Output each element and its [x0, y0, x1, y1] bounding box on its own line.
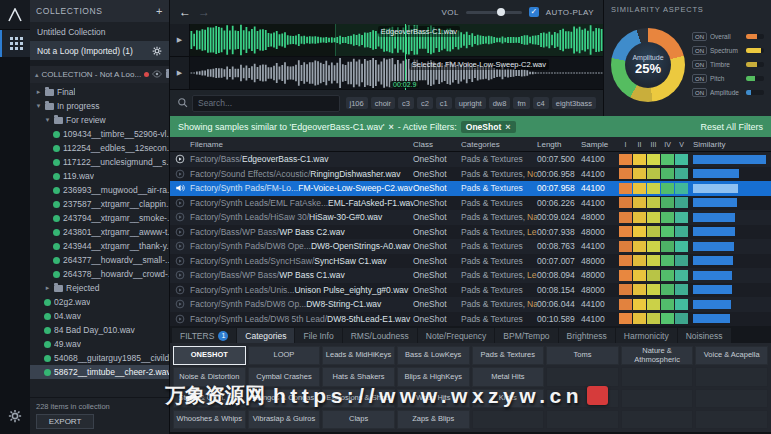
column-categories[interactable]: Categories — [461, 140, 537, 149]
category-button-explosions-shots[interactable]: Explosions & Shots — [322, 389, 395, 408]
category-button-kicks[interactable]: Kicks — [472, 389, 545, 408]
play-reference-button[interactable]: ▶ — [170, 24, 190, 56]
tab-bpm-tempo[interactable]: BPM/Tempo — [495, 328, 557, 343]
collection-settings-icon[interactable] — [152, 46, 162, 56]
row-play-icon[interactable] — [170, 270, 190, 280]
category-button-loop[interactable]: LOOP — [248, 346, 321, 365]
play-selected-button[interactable]: ▶ — [170, 57, 190, 89]
tab-noisiness[interactable]: Noisiness — [678, 328, 731, 343]
aspect-weight-slider[interactable] — [746, 62, 764, 67]
category-button-cymbal-crashes[interactable]: Cymbal Crashes — [248, 367, 321, 386]
tree-arrow-icon[interactable]: ▸ — [35, 88, 42, 96]
tree-folder-item[interactable]: ▾For review — [30, 113, 169, 127]
table-row[interactable]: Factory/Synth Leads/HiSaw 30/HiSaw-30-G#… — [170, 210, 771, 225]
column-sample[interactable]: Sample — [581, 140, 619, 149]
collection-tree-header[interactable]: ▴ COLLECTION - Not A Loo... — [30, 66, 169, 83]
tree-folder-item[interactable]: ▸Rejected — [30, 281, 169, 295]
collection-item-not-a-loop[interactable]: Not a Loop (Imported) (1) — [30, 41, 169, 60]
category-button-vibraslap-guiros[interactable]: Vibraslap & Guiros — [248, 410, 321, 429]
settings-button[interactable] — [0, 402, 30, 429]
tag-j106[interactable]: j106 — [346, 97, 368, 109]
similarity-donut-chart[interactable]: Amplitude 25% — [611, 28, 685, 102]
tag-c2[interactable]: c2 — [417, 97, 433, 109]
row-play-icon[interactable] — [170, 299, 190, 309]
tab-categories[interactable]: Categories — [237, 328, 294, 343]
tree-file-item[interactable]: 243944__xtrgamr__thank-y... — [30, 239, 169, 253]
tag-upright[interactable]: upright — [455, 97, 486, 109]
category-button-nature-athmospheric[interactable]: Nature & Athmospheric — [621, 346, 694, 365]
column-similarity[interactable]: Similarity — [693, 140, 771, 149]
table-row[interactable]: Factory/Bass/WP Bass/WP Bass C2.wavOneSh… — [170, 225, 771, 240]
table-row[interactable]: Factory/Bass/WP Bass/WP Bass C1.wavOneSh… — [170, 268, 771, 283]
row-play-icon[interactable] — [170, 241, 190, 251]
add-collection-button[interactable]: + — [156, 5, 163, 17]
waveform-selected-row[interactable]: ▶ Selected: FM-Voice-Low-Sweep-C2.wav — [170, 57, 603, 90]
category-button-leads-midhikeys[interactable]: Leads & MidHiKeys — [322, 346, 395, 365]
tree-file-item[interactable]: 243794__xtrgamr__smoke-... — [30, 211, 169, 225]
table-row[interactable]: Factory/Synth Leads/EML FatAske...EML-Fa… — [170, 196, 771, 211]
column-class[interactable]: Class — [413, 140, 461, 149]
tag-choir[interactable]: choir — [371, 97, 395, 109]
tree-file-item[interactable]: 84 Bad Day_010.wav — [30, 323, 169, 337]
row-play-icon[interactable] — [170, 227, 190, 237]
row-play-icon[interactable] — [170, 198, 190, 208]
table-row[interactable]: Factory/Bass/EdgeoverBass-C1.wavOneShotP… — [170, 152, 771, 167]
back-button[interactable]: ← — [179, 5, 191, 19]
table-row[interactable]: Factory/Synth Pads/FM-Lo...FM-Voice-Low-… — [170, 181, 771, 196]
autoplay-checkbox[interactable]: ✓ — [529, 7, 539, 17]
tree-file-item[interactable]: 04.wav — [30, 309, 169, 323]
category-button-oneshot[interactable]: ONESHOT — [173, 346, 246, 365]
remove-filter-icon[interactable]: × — [505, 122, 510, 132]
aspect-on-toggle[interactable]: ON — [692, 60, 707, 69]
tree-file-item[interactable]: 02g2.wav — [30, 295, 169, 309]
tree-file-item[interactable]: 49.wav — [30, 337, 169, 351]
category-button-whooshes-whips[interactable]: Whooshes & Whips — [173, 410, 246, 429]
collection-item-untitled[interactable]: Untitled Collection — [30, 22, 169, 41]
tab-brightness[interactable]: Brightness — [559, 328, 615, 343]
browser-view-button[interactable] — [0, 30, 30, 57]
row-play-icon[interactable] — [170, 212, 190, 222]
tree-file-item[interactable]: 119.wav — [30, 169, 169, 183]
row-play-icon[interactable] — [170, 285, 190, 295]
tree-arrow-icon[interactable]: ▾ — [44, 116, 51, 124]
aspect-on-toggle[interactable]: ON — [692, 88, 707, 97]
aspect-weight-slider[interactable] — [746, 48, 764, 53]
speaker-icon[interactable] — [170, 183, 190, 193]
forward-button[interactable]: → — [198, 5, 210, 19]
tag-eight3bass[interactable]: eight3bass — [552, 97, 596, 109]
column-filename[interactable]: Filename — [190, 140, 413, 149]
category-button-pads-textures[interactable]: Pads & Textures — [472, 346, 545, 365]
category-button-stabs-orch-hits[interactable]: Stabs & Orch. Hits — [173, 389, 246, 408]
tree-file-item[interactable]: 54068__guitarguy1985__civild... — [30, 351, 169, 365]
aspect-on-toggle[interactable]: ON — [692, 46, 707, 55]
tree-file-item[interactable]: 117122__unclesigmund__s... — [30, 155, 169, 169]
category-button-voice-acapella[interactable]: Voice & Acapella — [695, 346, 768, 365]
eye-icon[interactable] — [152, 70, 162, 80]
tree-file-item[interactable]: 109434__timbre__52906-vl... — [30, 127, 169, 141]
filter-chip-oneshot[interactable]: OneShot × — [461, 121, 516, 133]
table-row[interactable]: Factory/Synth Pads/DW8 Op...DW8-String-C… — [170, 297, 771, 312]
tab-rms-loudness[interactable]: RMS/Loudness — [343, 328, 417, 343]
tree-arrow-icon[interactable]: ▾ — [35, 102, 42, 110]
clear-similarity-icon[interactable]: × — [389, 122, 394, 132]
aspect-weight-slider[interactable] — [746, 76, 764, 81]
category-button-blips-highkeys[interactable]: Blips & HighKeys — [397, 367, 470, 386]
tree-file-item[interactable]: 236993__mugwood__air-ra... — [30, 183, 169, 197]
row-play-icon[interactable] — [170, 256, 190, 266]
aspect-weight-slider[interactable] — [746, 34, 764, 39]
tab-note-frequency[interactable]: Note/Frequency — [418, 328, 494, 343]
table-row[interactable]: Factory/Sound Effects/Acoustic/RingingDi… — [170, 167, 771, 182]
waveform-reference-row[interactable]: ▶ EdgeoverBass-C1.wav — [170, 24, 603, 57]
tree-file-item[interactable]: 243801__xtrgamr__awww-t... — [30, 225, 169, 239]
search-input[interactable] — [192, 95, 340, 112]
row-play-icon[interactable] — [170, 314, 190, 324]
column-length[interactable]: Length — [537, 140, 581, 149]
table-row[interactable]: Factory/Synth Pads/DW8 Ope...DW8-OpenStr… — [170, 239, 771, 254]
category-button-bongos-congas[interactable]: Bongos & Congas — [248, 389, 321, 408]
aspect-weight-slider[interactable] — [746, 90, 764, 95]
volume-slider[interactable] — [466, 11, 522, 14]
category-button-toms[interactable]: Toms — [546, 346, 619, 365]
aspect-on-toggle[interactable]: ON — [692, 74, 707, 83]
tab-harmonicity[interactable]: Harmonicity — [616, 328, 677, 343]
row-play-icon[interactable] — [170, 169, 190, 179]
